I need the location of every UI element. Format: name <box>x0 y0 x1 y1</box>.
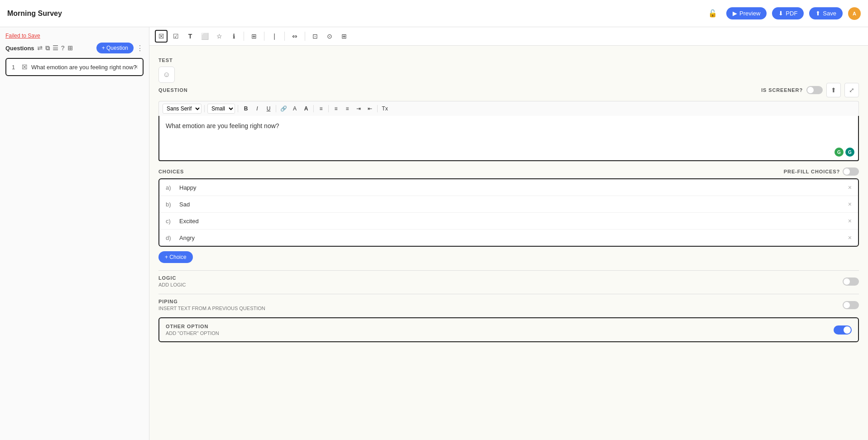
grammarly-icons: G G <box>834 148 854 157</box>
piping-toggle[interactable] <box>843 301 859 309</box>
choices-section: CHOICES PRE-FILL CHOICES? a) × b) <box>158 167 859 263</box>
left-panel: Failed to Save Questions ⇄ ⧉ ☰ ? ⊞ + Que… <box>0 27 149 440</box>
other-option-toggle[interactable] <box>834 325 852 335</box>
choice-row-b: b) × <box>159 196 858 213</box>
toolbar-check-icon[interactable]: ☑ <box>169 30 182 43</box>
choice-input-c[interactable] <box>179 218 844 225</box>
rt-sep-3 <box>328 105 329 112</box>
test-smiley-button[interactable]: ☺ <box>158 67 175 83</box>
align-button[interactable]: ≡ <box>316 104 326 114</box>
lock-icon: 🔓 <box>708 9 717 18</box>
toolbar-arrows-icon[interactable]: ⇔ <box>288 30 301 43</box>
underline-button[interactable]: U <box>264 104 273 114</box>
font-sep-1 <box>204 105 205 112</box>
help-icon[interactable]: ? <box>61 44 65 52</box>
survey-title: Morning Survey <box>7 10 703 18</box>
sort-icon[interactable]: ⇄ <box>37 44 43 52</box>
toolbar-frame-icon[interactable]: ⊡ <box>309 30 321 43</box>
logic-header-row: LOGIC ADD LOGIC <box>158 270 859 287</box>
pdf-button[interactable]: ⬇ PDF <box>772 7 804 19</box>
question-close-icon[interactable]: × <box>134 63 138 71</box>
toolbar-pipe-icon[interactable]: | <box>268 30 281 43</box>
questions-label: Questions ⇄ ⧉ ☰ ? ⊞ <box>5 44 73 52</box>
grid-icon[interactable]: ⊞ <box>67 44 73 52</box>
is-screener-row: IS SCREENER? ⬆ ⤢ <box>761 83 859 97</box>
logic-toggle[interactable] <box>843 277 859 286</box>
preview-button[interactable]: ▶ Preview <box>726 7 767 19</box>
choice-letter-a: a) <box>166 184 175 191</box>
toolbar-star-icon[interactable]: ☆ <box>213 30 225 43</box>
bullet-list-button[interactable]: ≡ <box>331 104 341 114</box>
clear-format-button[interactable]: Tx <box>380 104 390 114</box>
other-option-header-row: OTHER OPTION ADD "OTHER" OPTION <box>166 324 852 336</box>
font-sep-2 <box>238 105 238 112</box>
question-section-label: QUESTION <box>158 87 188 93</box>
choice-letter-c: c) <box>166 218 175 225</box>
choice-letter-b: b) <box>166 201 175 208</box>
grammarly-green-icon[interactable]: G <box>834 148 844 157</box>
toolbar-text-icon[interactable]: T <box>184 30 197 43</box>
indent-button[interactable]: ⇥ <box>354 104 364 114</box>
toolbar-grid-icon[interactable]: ⊞ <box>338 30 350 43</box>
choice-remove-c[interactable]: × <box>848 217 852 225</box>
other-option-section: OTHER OPTION ADD "OTHER" OPTION <box>158 317 859 342</box>
is-screener-toggle[interactable] <box>806 86 823 94</box>
toolbar-layout-icon[interactable]: ⊞ <box>248 30 260 43</box>
expand-button[interactable]: ⤢ <box>844 83 859 97</box>
add-question-button[interactable]: + Question <box>96 43 134 53</box>
editor-toolbar: ☒ ☑ T ⬜ ☆ ℹ ⊞ | ⇔ ⊡ ⊙ ⊞ <box>149 27 868 46</box>
copy-icon[interactable]: ⧉ <box>45 44 50 52</box>
save-button[interactable]: ⬆ Save <box>809 7 843 19</box>
bold-button[interactable]: B <box>241 104 251 114</box>
numbered-list-button[interactable]: ≡ <box>342 104 352 114</box>
add-choice-button[interactable]: + Choice <box>158 251 193 263</box>
piping-section: PIPING INSERT TEXT FROM A PREVIOUS QUEST… <box>158 294 859 311</box>
toolbar-info-icon[interactable]: ℹ <box>227 30 240 43</box>
rich-text-toolbar: Sans Serif Small B I U 🔗 A A ≡ <box>158 101 859 116</box>
toolbar-sep-4 <box>305 32 305 41</box>
choices-container: a) × b) × c) × d) <box>158 178 859 247</box>
toolbar-checkbox-icon[interactable]: ☒ <box>155 30 168 43</box>
font-size-select[interactable]: Small <box>207 104 235 114</box>
more-options-icon[interactable]: ⋮ <box>136 44 144 53</box>
smiley-icon: ☺ <box>163 71 170 79</box>
toolbar-sep-1 <box>244 32 244 41</box>
choice-row-d: d) × <box>159 230 858 246</box>
grammarly-teal-icon[interactable]: G <box>845 148 854 157</box>
choice-remove-a[interactable]: × <box>848 184 852 191</box>
italic-button[interactable]: I <box>252 104 262 114</box>
failed-save-link[interactable]: Failed to Save <box>5 33 144 39</box>
question-header-row: QUESTION IS SCREENER? ⬆ ⤢ <box>158 83 859 97</box>
prefill-label: PRE-FILL CHOICES? <box>784 169 840 174</box>
prefill-toggle[interactable] <box>843 167 859 176</box>
piping-header-row: PIPING INSERT TEXT FROM A PREVIOUS QUEST… <box>158 294 859 311</box>
link-button[interactable]: 🔗 <box>278 104 288 114</box>
font-family-select[interactable]: Sans Serif <box>163 104 201 114</box>
question-item[interactable]: 1 ☒ What emotion are you feeling right n… <box>5 58 144 76</box>
question-text-content: What emotion are you feeling right now? <box>166 122 852 129</box>
toolbar-circle-icon[interactable]: ⊙ <box>323 30 336 43</box>
toolbar-sep-3 <box>284 32 285 41</box>
list-icon[interactable]: ☰ <box>53 44 58 52</box>
right-panel: ☒ ☑ T ⬜ ☆ ℹ ⊞ | ⇔ ⊡ ⊙ ⊞ TEST ☺ <box>149 27 868 440</box>
choice-input-a[interactable] <box>179 184 844 191</box>
choice-input-b[interactable] <box>179 201 844 208</box>
choice-remove-d[interactable]: × <box>848 234 852 241</box>
choices-header-row: CHOICES PRE-FILL CHOICES? <box>158 167 859 176</box>
upload-button[interactable]: ⬆ <box>826 83 841 97</box>
choice-remove-b[interactable]: × <box>848 201 852 208</box>
toolbar-camera-icon[interactable]: ⬜ <box>198 30 211 43</box>
outdent-button[interactable]: ⇤ <box>365 104 375 114</box>
pdf-icon: ⬇ <box>778 10 783 17</box>
main-layout: Failed to Save Questions ⇄ ⧉ ☰ ? ⊞ + Que… <box>0 27 868 440</box>
font-color-button[interactable]: A <box>290 104 300 114</box>
avatar: A <box>848 7 861 20</box>
choice-letter-d: d) <box>166 234 175 241</box>
other-option-label: OTHER OPTION <box>166 324 219 329</box>
preview-icon: ▶ <box>733 10 737 17</box>
question-section: QUESTION IS SCREENER? ⬆ ⤢ Sans Serif <box>158 83 859 161</box>
question-textarea[interactable]: What emotion are you feeling right now? … <box>158 116 859 161</box>
choice-input-d[interactable] <box>179 234 844 241</box>
highlight-button[interactable]: A <box>301 104 311 114</box>
question-type-icon: ☒ <box>22 63 28 71</box>
